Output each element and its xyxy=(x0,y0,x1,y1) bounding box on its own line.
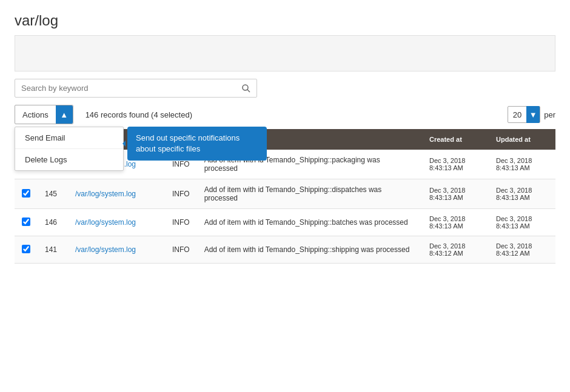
col-header-created: Created at xyxy=(422,129,489,150)
svg-line-1 xyxy=(247,90,250,92)
row-id: 146 xyxy=(38,209,68,236)
row-checkbox[interactable] xyxy=(22,245,30,253)
row-type: INFO xyxy=(165,209,197,236)
page-header: var/log xyxy=(0,0,570,35)
row-checkbox[interactable] xyxy=(22,189,30,198)
row-checkbox-cell xyxy=(15,179,38,209)
row-created: Dec 3, 2018 8:43:12 AM xyxy=(422,236,489,264)
dropdown-item-send-email[interactable]: Send Email xyxy=(15,127,123,149)
row-id: 141 xyxy=(38,236,68,264)
toolbar-area xyxy=(15,35,555,71)
row-id: 145 xyxy=(38,179,68,209)
dropdown-menu: Send Email Delete Logs xyxy=(15,127,124,171)
row-created: Dec 3, 2018 8:43:13 AM xyxy=(422,150,489,179)
search-button[interactable] xyxy=(235,79,257,98)
search-icon xyxy=(241,84,251,93)
row-path: /var/log/system.log xyxy=(68,179,165,209)
row-message: Add of item with id Temando_Shipping::ba… xyxy=(197,209,422,236)
row-type: INFO xyxy=(165,179,197,209)
per-page-wrapper: 20 ▼ per xyxy=(508,106,555,123)
row-created: Dec 3, 2018 8:43:13 AM xyxy=(422,179,489,209)
row-message: Add of item with id Temando_Shipping::di… xyxy=(197,179,422,209)
row-checkbox-cell xyxy=(15,236,38,264)
per-page-chevron[interactable]: ▼ xyxy=(526,106,540,123)
page-title: var/log xyxy=(15,12,555,29)
table-row: 146 /var/log/system.log INFO Add of item… xyxy=(15,209,555,236)
per-label: per xyxy=(544,110,555,119)
svg-point-0 xyxy=(243,85,248,90)
col-header-updated: Updated at xyxy=(489,129,555,150)
row-updated: Dec 3, 2018 8:43:13 AM xyxy=(489,209,555,236)
actions-button-arrow: ▲ xyxy=(56,105,73,124)
row-updated: Dec 3, 2018 8:43:13 AM xyxy=(489,150,555,179)
row-updated: Dec 3, 2018 8:43:12 AM xyxy=(489,236,555,264)
per-page-container: 20 ▼ xyxy=(508,106,540,123)
table-row: 145 /var/log/system.log INFO Add of item… xyxy=(15,179,555,209)
row-checkbox[interactable] xyxy=(22,218,30,226)
actions-button[interactable]: Actions ▲ xyxy=(15,105,73,124)
row-path: /var/log/system.log xyxy=(68,236,165,264)
table-row: 141 /var/log/system.log INFO Add of item… xyxy=(15,236,555,264)
row-path: /var/log/system.log xyxy=(68,209,165,236)
row-type: INFO xyxy=(165,236,197,264)
row-updated: Dec 3, 2018 8:43:13 AM xyxy=(489,179,555,209)
dropdown-item-delete-logs[interactable]: Delete Logs xyxy=(15,149,123,170)
records-info: 146 records found (4 selected) xyxy=(86,110,192,119)
row-created: Dec 3, 2018 8:43:13 AM xyxy=(422,209,489,236)
search-wrapper xyxy=(15,79,257,98)
per-page-value: 20 xyxy=(513,110,524,119)
controls-row xyxy=(0,71,570,105)
actions-row: Actions ▲ 146 records found (4 selected)… xyxy=(0,105,570,129)
search-input[interactable] xyxy=(15,79,257,98)
row-checkbox-cell xyxy=(15,209,38,236)
row-message: Add of item with id Temando_Shipping::sh… xyxy=(197,236,422,264)
actions-button-label: Actions xyxy=(15,110,56,119)
tooltip-box: Send out specific notifications about sp… xyxy=(127,127,267,161)
